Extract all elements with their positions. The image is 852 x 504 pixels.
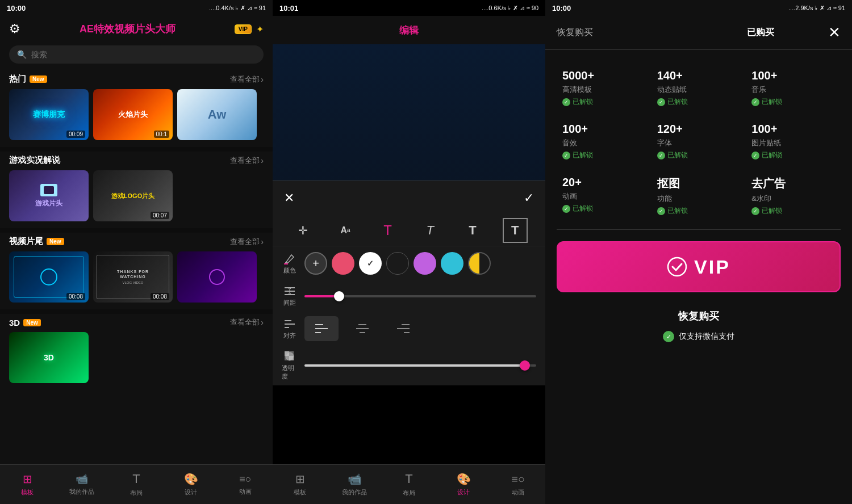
nav-design[interactable]: 🎨 设计 [164, 465, 218, 504]
mid-nav-animation[interactable]: ≡○ 动画 [491, 465, 545, 504]
close-right-button[interactable]: ✕ [828, 24, 841, 41]
color-teal[interactable] [441, 252, 463, 275]
feature-name-6: 动画 [562, 191, 646, 201]
status-icons-right: ....2.9K/s ♭ ✗ ⊿ ≈ 91 [788, 5, 845, 12]
spacing-thumb[interactable] [334, 291, 344, 301]
feature-stickers: 140+ 动态贴纸 已解锁 [651, 61, 746, 115]
thumb-game1[interactable]: 游戏片头 [9, 170, 89, 221]
feature-img-stickers: 100+ 图片贴纸 已解锁 [746, 115, 841, 168]
color-black[interactable] [386, 252, 409, 275]
opacity-section: 透明度 [273, 346, 545, 385]
feature-count-6: 20+ [562, 176, 646, 189]
vip-badge-left[interactable]: VIP [235, 24, 252, 34]
thumb-duration-game2: 00:07 [151, 212, 169, 219]
align-right-button[interactable] [386, 316, 420, 341]
confirm-edit-button[interactable]: ✓ [524, 191, 534, 205]
thumb-duration-tail1: 00:08 [66, 293, 85, 300]
section-header-hot: 热门 New 查看全部 › [0, 70, 273, 89]
section-header-tail: 视频片尾 New 查看全部 › [0, 233, 273, 251]
left-panel: 10:00 ....0.4K/s ♭ ✗ ⊿ ≈ 91 ⚙ AE特效视频片头大师… [0, 0, 273, 504]
svg-rect-8 [315, 328, 328, 329]
close-edit-button[interactable]: ✕ [284, 191, 294, 205]
svg-rect-9 [315, 332, 321, 333]
thumbnails-tail: 00:08 THANKS FOR WATCHING VLOG VIDEO 00:… [0, 251, 273, 309]
design-label: 设计 [185, 488, 197, 497]
search-input[interactable] [31, 50, 256, 59]
feature-animation: 20+ 动画 已解锁 [557, 168, 651, 224]
thumb-tail3[interactable] [177, 251, 257, 303]
font-t4-button[interactable]: T [503, 218, 528, 243]
color-purple[interactable] [414, 252, 436, 275]
thumb-cyber[interactable]: 赛博朋克 00:09 [9, 89, 89, 140]
align-left-button[interactable] [304, 316, 339, 341]
purchased-tab[interactable]: 已购买 [692, 27, 828, 39]
opacity-slider-container[interactable] [304, 360, 536, 371]
feature-count-3: 100+ [562, 123, 646, 136]
feature-name-7: 功能 [657, 194, 741, 204]
mid-layout-label: 布局 [403, 489, 415, 497]
font-t2-button[interactable]: T [417, 218, 442, 243]
settings-icon[interactable]: ⚙ [9, 22, 20, 36]
thumb-duration-tail2: 00:08 [151, 293, 169, 300]
thumb-tail1[interactable]: 00:08 [9, 251, 89, 303]
spacing-slider-container[interactable] [304, 291, 536, 302]
mid-nav-works[interactable]: 📹 我的作品 [327, 465, 382, 504]
mid-works-label: 我的作品 [342, 488, 367, 497]
new-badge-3d: New [23, 319, 41, 326]
align-center-button[interactable] [345, 316, 379, 341]
thumb-game2[interactable]: 游戏LOGO片头 00:07 [93, 170, 173, 221]
color-half[interactable] [468, 252, 491, 275]
mid-nav-design[interactable]: 🎨 设计 [436, 465, 491, 504]
nav-template[interactable]: ⊞ 模板 [0, 465, 55, 504]
layout-icon: T [132, 472, 140, 486]
feature-count-5: 100+ [751, 123, 835, 136]
search-bar[interactable]: 🔍 [9, 45, 264, 64]
color-add-button[interactable]: + [304, 252, 327, 275]
mid-animation-icon: ≡○ [511, 473, 525, 486]
vip-purchase-button[interactable]: VIP [557, 241, 841, 292]
status-bar-left: 10:00 ....0.4K/s ♭ ✗ ⊿ ≈ 91 [0, 0, 273, 16]
section-title-game: 游戏实况解说 [9, 155, 60, 166]
view-all-game[interactable]: 查看全部 › [230, 156, 264, 166]
color-label: 颜色 [283, 266, 296, 275]
font-t1-button[interactable]: T [375, 218, 400, 243]
color-pink[interactable] [332, 252, 354, 275]
search-icon: 🔍 [17, 50, 27, 59]
nav-layout[interactable]: T 布局 [109, 465, 164, 504]
fire-text: 火焰片头 [118, 110, 148, 120]
thumb-tail2[interactable]: THANKS FOR WATCHING VLOG VIDEO 00:08 [93, 251, 173, 303]
color-white[interactable]: ✓ [359, 252, 382, 275]
status-icons-mid: ....0.6K/s ♭ ✗ ⊿ ≈ 90 [482, 5, 538, 12]
feature-count-7: 抠图 [657, 176, 741, 191]
restore-tab[interactable]: 恢复购买 [557, 27, 692, 39]
nav-works[interactable]: 📹 我的作品 [55, 465, 109, 504]
feature-name-3: 音效 [562, 138, 646, 148]
move-button[interactable]: ✛ [290, 218, 315, 243]
thumb-aw[interactable]: Aw [177, 89, 257, 140]
font-t3-button[interactable]: T [460, 218, 485, 243]
status-time-mid: 10:01 [279, 4, 298, 12]
thumbnails-3d: 3D [0, 332, 273, 390]
content-scroll-area[interactable]: 热门 New 查看全部 › 赛博朋克 00:09 火焰片头 00:1 Aw [0, 70, 273, 464]
section-divider-1 [0, 147, 273, 152]
thumb-duration-cyber: 00:09 [66, 131, 85, 138]
feature-status-2: 已解锁 [751, 97, 835, 107]
feature-count-0: 5000+ [562, 69, 646, 82]
template-icon: ⊞ [23, 472, 32, 486]
mid-works-icon: 📹 [348, 472, 362, 486]
restore-title[interactable]: 恢复购买 [678, 309, 719, 323]
mid-nav-template[interactable]: ⊞ 模板 [273, 465, 327, 504]
view-all-tail[interactable]: 查看全部 › [230, 237, 264, 247]
template-label: 模板 [21, 488, 34, 497]
thumb-3d1[interactable]: 3D [9, 332, 89, 383]
opacity-thumb[interactable] [520, 360, 530, 371]
mid-layout-icon: T [405, 472, 412, 486]
nav-animation[interactable]: ≡○ 动画 [218, 465, 273, 504]
font-scale-button[interactable]: Aa [333, 218, 358, 243]
svg-point-21 [668, 258, 686, 276]
view-all-3d[interactable]: 查看全部 › [230, 317, 264, 327]
view-all-hot[interactable]: 查看全部 › [230, 74, 264, 85]
mid-nav-layout[interactable]: T 布局 [382, 465, 436, 504]
thumb-fire[interactable]: 火焰片头 00:1 [93, 89, 173, 140]
bottom-nav-left: ⊞ 模板 📹 我的作品 T 布局 🎨 设计 ≡○ 动画 [0, 464, 273, 504]
